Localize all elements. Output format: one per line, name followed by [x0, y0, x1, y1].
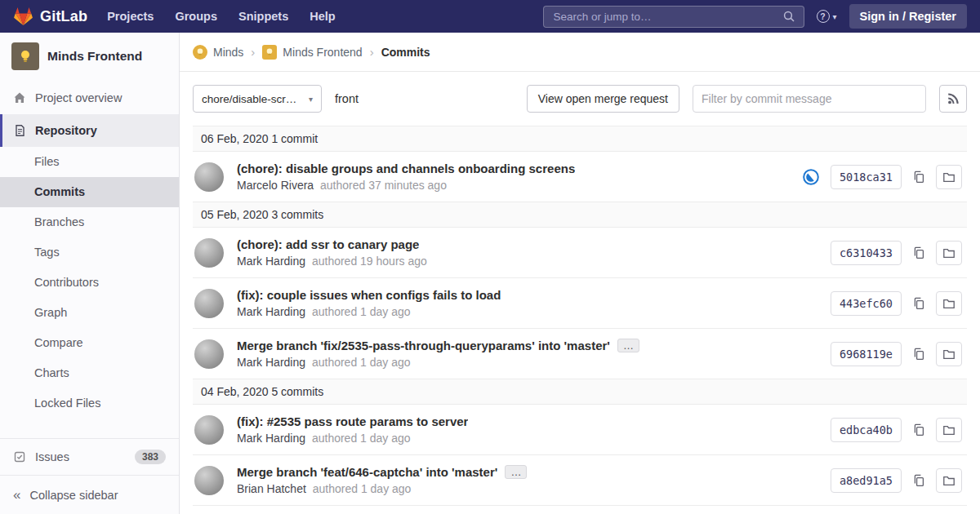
commit-authored-time: authored 37 minutes ago [320, 179, 447, 192]
commit-authored-time: authored 1 day ago [312, 305, 411, 318]
commit-author-link[interactable]: Brian Hatchet [237, 482, 306, 495]
commit-author-link[interactable]: Mark Harding [237, 305, 305, 318]
sidebar-item-project-overview[interactable]: Project overview [0, 82, 179, 114]
home-icon [13, 91, 26, 104]
nav-item-groups[interactable]: Groups [175, 10, 217, 23]
browse-files-button[interactable] [936, 468, 962, 493]
commit-title-link[interactable]: Merge branch 'feat/646-captcha' into 'ma… [237, 465, 497, 479]
commit-author-link[interactable]: Marcelo Rivera [237, 179, 314, 192]
gitlab-tanuki-icon [13, 7, 33, 26]
folder-icon [942, 171, 956, 184]
commit-author-link[interactable]: Mark Harding [237, 255, 305, 268]
commit-authored-time: authored 19 hours ago [312, 255, 427, 268]
sidebar-item-tags[interactable]: Tags [0, 237, 179, 268]
copy-commit-sha-button[interactable] [912, 474, 925, 487]
commit-filter-input[interactable] [693, 85, 926, 113]
repo-path-label: front [335, 92, 359, 105]
main-content: Minds › Minds Frontend › Commits chore/d… [180, 33, 980, 514]
branch-selector-dropdown[interactable]: chore/disable-scr… ▾ [193, 85, 322, 113]
breadcrumb-project-link[interactable]: Minds Frontend [283, 46, 362, 59]
commits-date-header: 05 Feb, 2020 3 commits [193, 202, 967, 228]
sidebar-item-branches[interactable]: Branches [0, 207, 179, 237]
search-icon [782, 10, 795, 23]
commit-sha-link[interactable]: 5018ca31 [831, 165, 902, 189]
project-avatar-small [262, 45, 277, 60]
commits-feed-button[interactable] [939, 85, 967, 113]
global-search-box[interactable] [543, 6, 804, 28]
copy-commit-sha-button[interactable] [912, 348, 925, 361]
folder-icon [942, 297, 956, 310]
commit-sha-link[interactable]: edbca40b [831, 418, 902, 442]
commits-date-header: 04 Feb, 2020 5 commits [193, 379, 967, 405]
commit-author-link[interactable]: Mark Harding [237, 432, 305, 445]
commit-row: (fix): couple issues when configs fails … [193, 278, 967, 329]
commit-author-link[interactable]: Mark Harding [237, 356, 305, 369]
sign-in-register-button[interactable]: Sign in / Register [849, 4, 967, 29]
collapse-icon: « [13, 487, 20, 503]
view-open-merge-request-button[interactable]: View open merge request [527, 85, 679, 113]
commit-title-link[interactable]: (fix): #2535 pass route params to server [237, 414, 468, 428]
sidebar-item-charts[interactable]: Charts [0, 358, 179, 388]
browse-files-button[interactable] [936, 241, 962, 265]
nav-item-projects[interactable]: Projects [107, 10, 154, 23]
browse-files-button[interactable] [936, 342, 962, 366]
copy-commit-sha-button[interactable] [912, 297, 925, 310]
group-avatar [193, 45, 207, 60]
copy-commit-sha-button[interactable] [912, 246, 925, 259]
repository-icon [13, 124, 26, 137]
toolbar-actions: View open merge request [527, 85, 967, 113]
sidebar-item-compare[interactable]: Compare [0, 328, 179, 358]
commit-row: Merge branch 'fix/2535-pass-through-quer… [193, 329, 967, 379]
copy-icon [912, 171, 925, 184]
commit-sha-link[interactable]: c6310433 [831, 241, 902, 265]
copy-icon [912, 246, 925, 259]
commit-sha-link[interactable]: a8ed91a5 [831, 468, 902, 493]
commit-title-link[interactable]: (fix): couple issues when configs fails … [237, 288, 501, 302]
sidebar-item-locked-files[interactable]: Locked Files [0, 388, 179, 419]
nav-item-help[interactable]: Help [310, 10, 335, 23]
lightbulb-icon [195, 47, 205, 57]
folder-icon [942, 348, 956, 361]
sidebar-item-issues[interactable]: Issues 383 [0, 438, 179, 475]
commit-sha-link[interactable]: 443efc60 [831, 291, 902, 316]
copy-icon [912, 348, 925, 361]
expand-commit-description-button[interactable]: … [505, 465, 527, 479]
browse-files-button[interactable] [936, 291, 962, 316]
author-avatar [194, 466, 224, 495]
commit-title-link[interactable]: Merge branch 'fix/2535-pass-through-quer… [237, 339, 610, 352]
sidebar-nav: Project overview Repository Files Commit… [0, 78, 179, 475]
sidebar-item-contributors[interactable]: Contributors [0, 268, 179, 298]
nav-item-snippets[interactable]: Snippets [238, 10, 288, 23]
breadcrumb-group-link[interactable]: Minds [213, 46, 243, 59]
collapse-sidebar-button[interactable]: « Collapse sidebar [0, 475, 179, 514]
sidebar-item-graph[interactable]: Graph [0, 298, 179, 328]
author-avatar [194, 289, 224, 318]
copy-icon [912, 474, 925, 487]
sidebar-project-name: Minds Frontend [47, 49, 142, 64]
commits-toolbar: chore/disable-scr… ▾ front View open mer… [180, 72, 980, 126]
lightbulb-icon [17, 48, 33, 64]
rss-icon [947, 92, 960, 105]
sidebar-item-repository[interactable]: Repository [0, 114, 179, 147]
issues-icon [13, 450, 26, 463]
sidebar-item-commits[interactable]: Commits [0, 177, 179, 207]
browse-files-button[interactable] [936, 418, 962, 442]
sidebar-project-header[interactable]: Minds Frontend [0, 33, 179, 78]
browse-files-button[interactable] [936, 165, 962, 189]
commits-date-header: 06 Feb, 2020 1 commit [193, 126, 967, 152]
sidebar-item-files[interactable]: Files [0, 147, 179, 177]
copy-commit-sha-button[interactable] [912, 423, 925, 436]
search-input[interactable] [552, 10, 782, 24]
commit-sha-link[interactable]: 6968119e [831, 342, 902, 366]
copy-commit-sha-button[interactable] [912, 171, 925, 184]
commit-row: (chore): add ssr to canary page Mark Har… [193, 228, 967, 278]
pipeline-status-running-icon[interactable] [802, 168, 820, 186]
help-dropdown[interactable]: ? ▾ [817, 10, 837, 23]
project-avatar [11, 42, 39, 70]
gitlab-home-link[interactable]: GitLab [13, 7, 87, 26]
folder-icon [942, 474, 956, 487]
expand-commit-description-button[interactable]: … [617, 339, 639, 352]
folder-icon [942, 423, 956, 436]
commit-title-link[interactable]: (chore): add ssr to canary page [237, 237, 419, 251]
commit-title-link[interactable]: (chore): disable groups and channels onb… [237, 162, 575, 175]
